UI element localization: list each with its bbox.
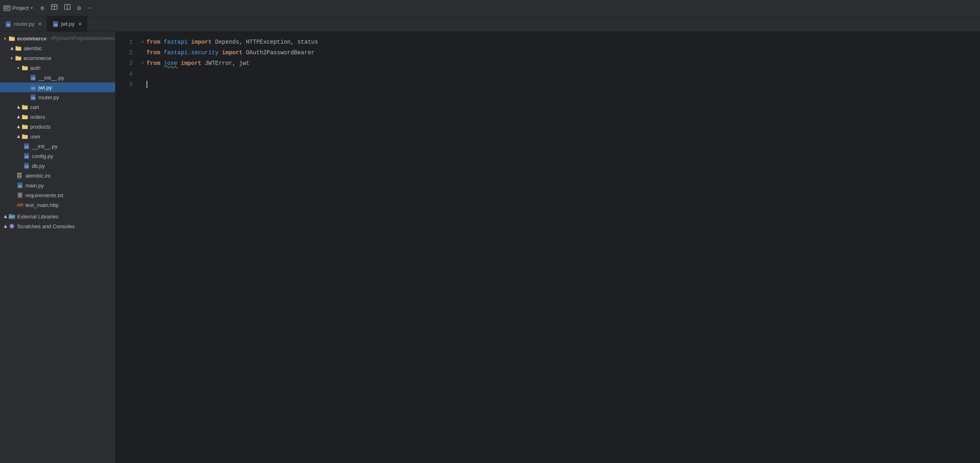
editor-area[interactable]: 1 2 3 4 5 ▽ from fastapi import Depends,… — [116, 32, 980, 463]
id-jwterror: JWTError, jwt — [205, 58, 249, 69]
auth-arrow: ▾ — [15, 65, 21, 71]
svg-rect-51 — [24, 163, 29, 165]
mod-jose: jose — [164, 58, 178, 69]
editor-content[interactable]: 1 2 3 4 5 ▽ from fastapi import Depends,… — [116, 32, 980, 463]
svg-rect-67 — [20, 187, 22, 187]
svg-point-10 — [7, 24, 8, 24]
tree-user[interactable]: ▶ user — [0, 131, 115, 141]
svg-point-23 — [32, 79, 33, 80]
svg-rect-42 — [27, 146, 29, 147]
user-label: user — [30, 134, 112, 140]
code-line-5[interactable]: ▽ — [139, 79, 980, 90]
router-tab-icon — [5, 21, 11, 27]
svg-point-16 — [54, 24, 55, 24]
svg-rect-71 — [18, 196, 21, 197]
tree-init-root[interactable]: __init__.py — [0, 141, 115, 151]
line-num-3: 3 — [120, 58, 133, 69]
config-py-label: config.py — [32, 153, 112, 159]
code-editor[interactable]: ▽ from fastapi import Depends, HTTPExcep… — [136, 32, 980, 463]
line-num-1: 1 — [120, 37, 133, 47]
test-main-http-icon: API — [16, 202, 24, 208]
tree-products[interactable]: ▶ products — [0, 122, 115, 131]
project-label: Project — [12, 5, 29, 11]
tree-requirements-txt[interactable]: requirements.txt — [0, 190, 115, 200]
auth-label: auth — [30, 65, 112, 71]
tree-alembic[interactable]: ▶ alembic — [0, 43, 115, 53]
svg-point-34 — [32, 97, 33, 98]
id-status: status — [298, 37, 318, 47]
svg-rect-24 — [33, 78, 35, 78]
svg-point-65 — [19, 187, 20, 187]
svg-rect-21 — [31, 75, 36, 77]
fold-1[interactable]: ▽ — [139, 39, 146, 45]
add-icon[interactable]: ⊕ — [40, 4, 44, 12]
settings-icon[interactable]: ⚙ — [77, 4, 81, 12]
tree-jwt-py[interactable]: jwt.py — [0, 82, 115, 92]
fold-3[interactable]: ▽ — [139, 60, 146, 67]
ecommerce-pkg-folder-icon — [15, 55, 22, 61]
svg-point-41 — [25, 147, 26, 148]
svg-rect-72 — [9, 215, 15, 219]
minimize-icon[interactable]: – — [87, 4, 91, 12]
id-depends: Depends, — [215, 37, 246, 47]
main-py-label: main.py — [25, 183, 112, 189]
svg-rect-75 — [9, 217, 13, 218]
tab-router-close[interactable]: ✕ — [38, 21, 42, 27]
config-py-icon — [23, 153, 30, 159]
split-icon[interactable] — [64, 4, 71, 12]
tree-scratches[interactable]: ▶ Scratches and Consoles — [0, 221, 115, 231]
project-dropdown-arrow: ▾ — [30, 5, 33, 11]
svg-point-47 — [25, 157, 26, 158]
tree-router-py[interactable]: router.py — [0, 92, 115, 102]
tree-ecommerce-pkg[interactable]: ▾ ecommerce — [0, 53, 115, 63]
tree-test-main-http[interactable]: API test_main.http — [0, 200, 115, 210]
title-bar: Project ▾ ⊕ ⚙ – — [0, 0, 980, 16]
kw-import-3: import — [178, 58, 205, 69]
svg-rect-30 — [33, 87, 35, 88]
svg-rect-18 — [55, 24, 57, 25]
tree-config-py[interactable]: config.py — [0, 151, 115, 161]
layout-icon[interactable] — [51, 4, 58, 12]
svg-rect-48 — [27, 156, 29, 157]
svg-rect-49 — [27, 157, 29, 158]
tree-init-auth[interactable]: __init__.py — [0, 73, 115, 82]
tree-alembic-ini[interactable]: alembic.ini — [0, 171, 115, 180]
alembic-label: alembic — [24, 45, 112, 51]
svg-rect-59 — [20, 175, 22, 177]
svg-point-52 — [25, 166, 26, 167]
svg-rect-63 — [18, 183, 22, 185]
svg-rect-15 — [53, 21, 58, 23]
cart-label: cart — [30, 104, 112, 110]
svg-rect-25 — [33, 79, 35, 80]
tree-cart[interactable]: ▶ cart — [0, 102, 115, 112]
tree-auth[interactable]: ▾ auth — [0, 63, 115, 73]
init-root-icon — [23, 143, 30, 149]
svg-rect-43 — [27, 147, 29, 148]
scratches-label: Scratches and Consoles — [17, 223, 112, 229]
tab-jwt[interactable]: jwt.py ✕ — [47, 16, 87, 31]
svg-rect-57 — [20, 173, 22, 175]
cart-folder-icon — [21, 104, 29, 110]
tree-external-libs[interactable]: ▶ External Libraries — [0, 211, 115, 221]
tab-jwt-close[interactable]: ✕ — [78, 21, 82, 27]
tree-db-py[interactable]: db.py — [0, 161, 115, 171]
svg-rect-66 — [20, 185, 22, 186]
root-label: ecommerce — [17, 36, 47, 42]
line-num-2: 2 — [120, 47, 133, 58]
svg-rect-55 — [27, 167, 29, 168]
user-arrow: ▶ — [15, 133, 21, 140]
tab-router[interactable]: router.py ✕ — [0, 16, 47, 31]
products-label: products — [30, 124, 112, 130]
tree-orders[interactable]: ▶ orders — [0, 112, 115, 122]
svg-rect-13 — [8, 25, 10, 26]
svg-point-64 — [19, 185, 20, 186]
tree-root[interactable]: ▾ ecommerce ~/PycharmProjects/ecommerce — [0, 33, 115, 43]
main-content: ▾ ecommerce ~/PycharmProjects/ecommerce … — [0, 32, 980, 463]
id-oauth2: OAuth2PasswordBearer — [246, 47, 315, 58]
kw-from-2: from — [147, 47, 164, 58]
jwt-py-icon — [29, 84, 37, 91]
svg-rect-2 — [4, 8, 8, 9]
orders-label: orders — [30, 114, 112, 120]
project-selector[interactable]: Project ▾ — [3, 5, 33, 11]
tree-main-py[interactable]: main.py — [0, 180, 115, 190]
